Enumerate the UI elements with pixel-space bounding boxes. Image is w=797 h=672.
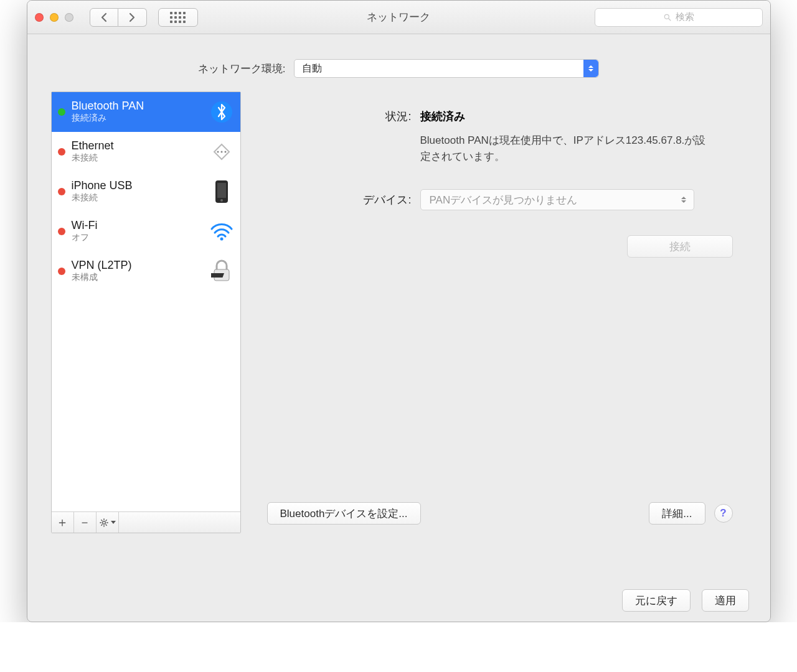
service-status: オフ [72, 232, 203, 243]
search-input[interactable]: 検索 [595, 8, 763, 27]
add-service-button[interactable]: ＋ [52, 512, 74, 533]
svg-point-12 [102, 521, 105, 524]
chevron-updown-icon [679, 192, 689, 207]
nav-buttons [90, 8, 147, 27]
gear-icon [99, 518, 109, 528]
device-select[interactable]: PANデバイスが見つかりません [420, 189, 694, 210]
minimize-icon[interactable] [50, 13, 59, 22]
service-list: Bluetooth PAN 接続済み Ethernet 未接続 [52, 92, 240, 511]
status-dot-icon [58, 268, 65, 275]
svg-line-17 [101, 520, 102, 521]
help-button[interactable]: ? [714, 504, 733, 523]
revert-button[interactable]: 元に戻す [622, 589, 691, 612]
detail-panel: 状況: 接続済み Bluetooth PANは現在使用中で、IPアドレス123.… [253, 91, 747, 533]
device-label: デバイス: [267, 192, 412, 207]
svg-point-4 [220, 151, 222, 153]
location-row: ネットワーク環境: 自動 [27, 34, 770, 91]
chevron-updown-icon [583, 60, 598, 77]
svg-rect-7 [217, 183, 226, 198]
device-value: PANデバイスが見つかりません [430, 193, 578, 207]
lock-icon [209, 259, 234, 284]
location-value: 自動 [302, 62, 322, 75]
service-status: 未構成 [72, 272, 203, 283]
status-description: Bluetooth PANは現在使用中で、IPアドレス123.45.67.8.が… [420, 133, 707, 164]
service-item-iphone-usb[interactable]: iPhone USB 未接続 [52, 172, 240, 212]
search-icon [663, 13, 672, 22]
status-dot-icon [58, 148, 65, 156]
bluetooth-icon [209, 100, 234, 124]
content: Bluetooth PAN 接続済み Ethernet 未接続 [27, 91, 770, 547]
service-name: Bluetooth PAN [72, 100, 203, 113]
svg-line-20 [105, 520, 106, 521]
network-preferences-window: ネットワーク 検索 ネットワーク環境: 自動 Bluetooth PAN 接続済… [27, 0, 771, 622]
svg-line-1 [668, 18, 671, 21]
detail-footer: Bluetoothデバイスを設定... 詳細... ? [267, 502, 733, 525]
service-actions-button[interactable] [97, 512, 119, 533]
svg-point-9 [220, 238, 223, 241]
svg-point-0 [664, 14, 669, 19]
svg-line-18 [105, 524, 106, 525]
search-placeholder: 検索 [676, 11, 694, 23]
show-all-button[interactable] [158, 8, 198, 27]
status-label: 状況: [267, 109, 412, 124]
apply-button[interactable]: 適用 [702, 589, 749, 612]
svg-point-8 [220, 199, 223, 202]
status-dot-icon [58, 228, 65, 235]
service-status: 接続済み [72, 113, 203, 124]
status-dot-icon [58, 188, 65, 195]
device-row: デバイス: PANデバイスが見つかりません [267, 189, 733, 210]
configure-bluetooth-button[interactable]: Bluetoothデバイスを設定... [267, 502, 421, 525]
ethernet-icon [209, 139, 234, 164]
svg-point-3 [217, 151, 219, 153]
service-status: 未接続 [72, 152, 203, 164]
back-button[interactable] [90, 8, 118, 27]
zoom-icon [65, 13, 73, 22]
service-name: Ethernet [72, 140, 203, 152]
grid-icon [170, 12, 186, 23]
service-item-bluetooth-pan[interactable]: Bluetooth PAN 接続済み [52, 92, 240, 132]
wifi-icon [209, 219, 234, 244]
location-select[interactable]: 自動 [294, 59, 599, 78]
status-value: 接続済み [420, 109, 465, 124]
remove-service-button[interactable]: － [74, 512, 97, 533]
titlebar: ネットワーク 検索 [27, 1, 770, 34]
connect-button: 接続 [627, 235, 733, 258]
window-footer: 元に戻す 適用 [27, 579, 770, 622]
close-icon[interactable] [35, 13, 44, 22]
status-dot-icon [58, 108, 65, 116]
sidebar-footer: ＋ － [52, 511, 240, 533]
svg-line-19 [101, 524, 102, 525]
location-label: ネットワーク環境: [198, 62, 286, 76]
service-status: 未接続 [72, 192, 203, 203]
service-item-wifi[interactable]: Wi-Fi オフ [52, 212, 240, 251]
status-row: 状況: 接続済み [267, 109, 733, 124]
svg-rect-11 [211, 273, 224, 278]
service-name: Wi-Fi [72, 220, 203, 232]
services-sidebar: Bluetooth PAN 接続済み Ethernet 未接続 [51, 91, 241, 533]
service-item-vpn[interactable]: VPN (L2TP) 未構成 [52, 251, 240, 291]
svg-point-5 [224, 151, 226, 153]
traffic-lights [35, 13, 73, 22]
advanced-button[interactable]: 詳細... [649, 502, 705, 525]
forward-button[interactable] [118, 8, 147, 27]
service-name: VPN (L2TP) [72, 259, 203, 272]
iphone-icon [209, 179, 234, 204]
service-item-ethernet[interactable]: Ethernet 未接続 [52, 132, 240, 172]
service-name: iPhone USB [72, 180, 203, 192]
